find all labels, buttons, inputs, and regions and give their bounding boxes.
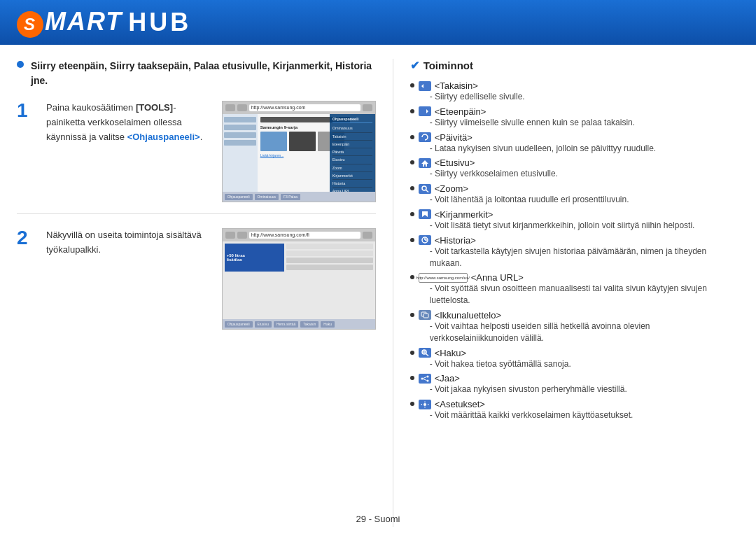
feature-takaisin-header: <Takaisin>	[410, 80, 739, 91]
intro-text: Siirry eteenpäin, Siirry taaksepäin, Pal…	[31, 59, 376, 88]
ss1-overlay-item: Ominaisuus	[332, 125, 372, 132]
ss1-overlay: Ohjauspaneeli Ominaisuus Takaisin Eteenp…	[330, 114, 375, 202]
asetukset-desc: - Voit määrittää kaikki verkkoselaimen k…	[430, 409, 739, 421]
step-1-text: Paina kaukosäätimen [TOOLS]-painiketta v…	[46, 101, 211, 144]
asetukset-icon	[419, 400, 431, 409]
feature-haku-inner: <Haku>	[419, 348, 467, 358]
bullet-dot	[17, 61, 24, 68]
feature-takaisin: <Takaisin> - Siirtyy edelliselle sivulle…	[410, 80, 739, 103]
takaisin-icon	[419, 81, 431, 91]
feature-paivita: <Päivitä> - Lataa nykyisen sivun uudelle…	[410, 132, 739, 155]
asetukset-name: <Asetukset>	[435, 399, 485, 409]
feature-zoom-inner: <Zoom>	[419, 183, 468, 194]
bullet-jaa	[410, 376, 414, 380]
section-title: ✔ Toiminnot	[410, 59, 739, 72]
ss1-sidebar-item	[224, 117, 256, 122]
paivita-desc: - Lataa nykyisen sivun uudelleen, jolloi…	[430, 143, 739, 155]
feature-jaa-inner: <Jaa>	[419, 373, 460, 384]
step-1-content: Paina kaukosäätimen [TOOLS]-painiketta v…	[46, 101, 376, 202]
jaa-desc: - Voit jakaa nykyisen sivuston perheryhm…	[430, 384, 739, 395]
svg-point-16	[424, 403, 426, 406]
feature-haku-header: <Haku>	[410, 348, 739, 358]
left-column: Siirry eteenpäin, Siirry taaksepäin, Pal…	[17, 59, 393, 527]
ss2-row3	[286, 258, 373, 263]
svg-point-0	[422, 186, 426, 190]
eteenpain-desc: - Siirtyy viimeiselle sivulle ennen kuin…	[430, 117, 739, 129]
ss2-btn4: Takaisin	[300, 321, 318, 328]
ss1-back-btn	[225, 104, 235, 111]
svg-point-12	[426, 375, 428, 377]
jaa-name: <Jaa>	[435, 373, 460, 384]
ss2-btn1: Ohjauspaneeli	[225, 321, 253, 328]
ss1-bar: http://www.samsung.com	[223, 101, 375, 114]
eteenpain-icon	[419, 106, 431, 116]
feature-anna-url-header: http://www.samsung.com/us/ <Anna URL>	[410, 272, 739, 283]
ss1-extra-btn	[363, 104, 372, 111]
tools-keyword: [TOOLS]	[136, 102, 173, 113]
ss2-back-btn	[225, 232, 235, 239]
bullet-zoom	[410, 186, 414, 190]
etusivu-name: <Etusivu>	[435, 157, 475, 168]
bullet-paivita	[410, 135, 414, 139]
feature-eteenpain-inner: <Eteenpäin>	[419, 106, 486, 117]
feature-list: <Takaisin> - Siirtyy edelliselle sivulle…	[410, 80, 739, 421]
ss2-btn3: Herra siirtää	[274, 321, 298, 328]
feature-historia-inner: <Historia>	[419, 235, 476, 246]
section-title-text: Toiminnot	[424, 59, 473, 71]
ss1-img2	[289, 132, 316, 151]
feature-eteenpain-header: <Eteenpäin>	[410, 106, 739, 117]
screenshot-2: http://www.samsung.com/fi +50 litraalisä…	[222, 228, 376, 330]
feature-zoom: <Zoom> - Voit lähentää ja loitontaa ruud…	[410, 183, 739, 206]
ss1-bottom-btn3: F3 Palaa	[281, 194, 300, 200]
ss2-extra-btn	[363, 232, 372, 239]
feature-paivita-inner: <Päivitä>	[419, 132, 472, 143]
ikkunaluettelo-desc: - Voit vaihtaa helposti useiden sillä he…	[430, 321, 739, 344]
feature-anna-url-inner: http://www.samsung.com/us/ <Anna URL>	[419, 272, 524, 283]
etusivu-icon	[419, 158, 431, 168]
header: SMART HUB	[0, 0, 756, 45]
ss1-overlay-title: Ohjauspaneeli	[332, 116, 372, 123]
zoom-name: <Zoom>	[435, 183, 468, 194]
ss2-banner: +50 litraalisätilaa	[225, 244, 284, 272]
feature-kirjanmerkit: <Kirjanmerkit> - Voit lisätä tietyt sivu…	[410, 209, 739, 232]
step-2: 2 Näkyvillä on useita toimintoja sisältä…	[17, 228, 376, 341]
ss1-overlay-item: Päivitä	[332, 148, 372, 156]
ss1-bottom-bar: Ohjauspaneeli Ominaisuus F3 Palaa	[223, 192, 375, 202]
feature-paivita-header: <Päivitä>	[410, 132, 739, 143]
anna-url-desc: - Voit syöttää sivun osoitteen manuaalis…	[430, 283, 739, 307]
logo-mart: MART	[45, 7, 122, 36]
kirjanmerkit-name: <Kirjanmerkit>	[435, 209, 493, 220]
etusivu-desc: - Siirtyy verkkoselaimen etusivulle.	[430, 168, 739, 180]
ss2-row1	[286, 244, 373, 249]
logo-s-circle: S	[17, 11, 43, 38]
right-column: ✔ Toiminnot <Takaisin> - Siirtyy edellis…	[393, 59, 739, 527]
ss1-overlay-item: Etusivu	[332, 156, 372, 164]
kirjanmerkit-desc: - Voit lisätä tietyt sivut kirjanmerkkei…	[430, 220, 739, 232]
bullet-eteenpain	[410, 109, 414, 113]
ss2-fwd-btn	[237, 232, 247, 239]
feature-asetukset-header: <Asetukset>	[410, 399, 739, 409]
ikkunaluettelo-icon	[419, 310, 431, 320]
feature-asetukset-inner: <Asetukset>	[419, 399, 485, 409]
feature-takaisin-inner: <Takaisin>	[419, 80, 478, 91]
ss2-bottom-bar: Ohjauspaneeli Etusivu Herra siirtää Taka…	[223, 319, 375, 329]
anna-url-icon: http://www.samsung.com/us/	[419, 273, 468, 283]
panel-keyword: <Ohjauspaneeli>	[127, 132, 200, 142]
feature-ikkunaluettelo-header: <Ikkunaluettelo>	[410, 310, 739, 321]
ss1-bottom-btn2: Ominaisuus	[255, 194, 279, 200]
svg-point-11	[421, 377, 423, 379]
kirjanmerkit-icon	[419, 209, 431, 219]
step-2-content: Näkyvillä on useita toimintoja sisältävä…	[46, 228, 376, 330]
ss1-url: http://www.samsung.com	[249, 104, 360, 111]
svg-rect-6	[424, 314, 428, 318]
step-1: 1 Paina kaukosäätimen [TOOLS]-painiketta…	[17, 101, 376, 214]
bullet-haku	[410, 351, 414, 355]
jaa-icon	[419, 374, 431, 384]
svg-point-13	[426, 379, 428, 381]
zoom-desc: - Voit lähentää ja loitontaa ruudulle er…	[430, 194, 739, 206]
svg-line-15	[423, 379, 426, 380]
bullet-etusivu	[410, 160, 414, 164]
ss2-right	[286, 244, 373, 317]
svg-line-14	[423, 377, 426, 378]
screenshot-1: http://www.samsung.com Samsungin 9-sa	[222, 101, 376, 202]
